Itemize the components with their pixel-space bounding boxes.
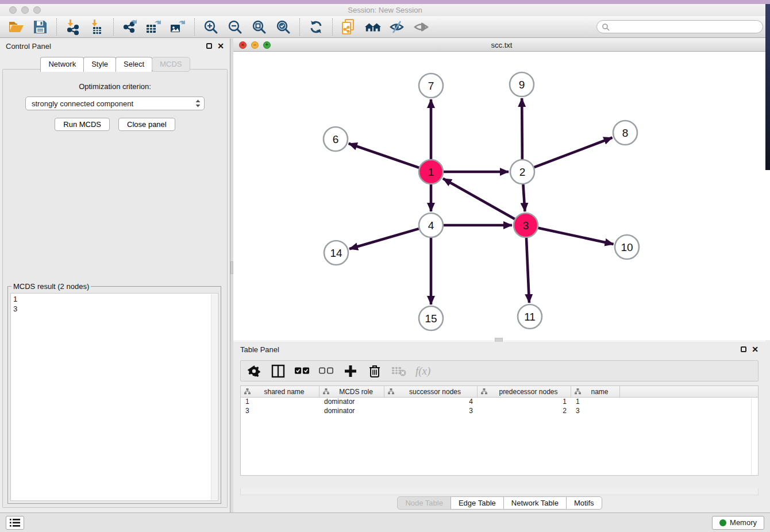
column-header-successor-nodes[interactable]: successor nodes bbox=[384, 386, 478, 397]
node-10[interactable]: 10 bbox=[615, 235, 639, 259]
select-stepper-icon bbox=[194, 98, 202, 109]
tab-node-table[interactable]: Node Table bbox=[397, 496, 451, 510]
table-cell[interactable]: 3 bbox=[384, 407, 478, 416]
table-cell[interactable]: 1 bbox=[478, 398, 571, 407]
table-cell[interactable]: 1 bbox=[571, 398, 620, 407]
zoom-out-icon[interactable] bbox=[226, 18, 244, 36]
delete-row-icon[interactable] bbox=[367, 364, 382, 379]
criterion-select[interactable]: strongly connected component bbox=[25, 97, 205, 110]
eye-icon[interactable] bbox=[413, 18, 430, 36]
node-4[interactable]: 4 bbox=[419, 213, 443, 237]
tab-motifs[interactable]: Motifs bbox=[566, 496, 602, 510]
close-panel-button[interactable]: Close panel bbox=[118, 118, 175, 131]
zoom-selected-icon[interactable] bbox=[275, 18, 292, 36]
result-scrollbar[interactable] bbox=[211, 294, 217, 500]
import-table-icon[interactable] bbox=[88, 18, 106, 36]
table-cell[interactable]: 3 bbox=[241, 407, 319, 416]
hide-eye-icon[interactable] bbox=[388, 18, 406, 36]
float-table-panel-icon[interactable] bbox=[741, 346, 746, 352]
network-close-button[interactable]: × bbox=[239, 41, 247, 49]
edge-3-10[interactable] bbox=[538, 228, 614, 244]
function-builder-icon[interactable]: f(x) bbox=[415, 365, 430, 377]
edge-1-6[interactable] bbox=[349, 144, 419, 168]
column-header-MCDS-role[interactable]: MCDS role bbox=[319, 386, 384, 397]
network-window-titlebar[interactable]: × − + scc.txt bbox=[233, 38, 770, 52]
add-row-icon[interactable] bbox=[343, 364, 358, 379]
save-session-icon[interactable] bbox=[32, 18, 49, 36]
settings-gear-icon[interactable] bbox=[247, 364, 261, 379]
node-3[interactable]: 3 bbox=[514, 213, 538, 237]
column-header-predecessor-nodes[interactable]: predecessor nodes bbox=[478, 386, 571, 397]
memory-button[interactable]: Memory bbox=[712, 516, 764, 530]
optimization-criterion-label: Optimization criterion: bbox=[3, 82, 227, 91]
export-table-icon[interactable] bbox=[145, 18, 163, 36]
edge-3-11[interactable] bbox=[526, 238, 529, 303]
edge-4-14[interactable] bbox=[349, 229, 419, 249]
deselect-all-icon[interactable] bbox=[319, 364, 334, 379]
table-cell[interactable]: 4 bbox=[384, 398, 478, 407]
network-graph[interactable]: 7968124314101511 bbox=[233, 52, 765, 340]
node-6[interactable]: 6 bbox=[324, 127, 348, 151]
houses-icon[interactable] bbox=[364, 18, 382, 36]
table-cell[interactable]: 2 bbox=[478, 407, 571, 416]
table-panel-title: Table Panel bbox=[240, 345, 279, 354]
export-image-icon[interactable] bbox=[170, 18, 187, 36]
mcds-result-list[interactable]: 13 bbox=[10, 293, 218, 501]
node-2[interactable]: 2 bbox=[510, 160, 534, 184]
node-8[interactable]: 8 bbox=[613, 121, 637, 145]
network-maximize-button[interactable]: + bbox=[263, 41, 271, 49]
edge-2-8[interactable] bbox=[534, 138, 613, 168]
network-canvas[interactable]: 7968124314101511 bbox=[233, 52, 770, 340]
search-input[interactable] bbox=[596, 20, 763, 33]
node-table[interactable]: shared nameMCDS rolesuccessor nodesprede… bbox=[240, 385, 759, 476]
node-1[interactable]: 1 bbox=[419, 160, 443, 184]
open-file-icon[interactable] bbox=[7, 18, 25, 36]
export-network-icon[interactable] bbox=[121, 18, 138, 36]
table-scrollbar[interactable] bbox=[751, 398, 757, 475]
node-11[interactable]: 11 bbox=[518, 304, 542, 329]
float-panel-icon[interactable] bbox=[206, 43, 212, 49]
close-table-panel-icon[interactable]: ✕ bbox=[752, 346, 759, 352]
table-cell[interactable]: 1 bbox=[241, 398, 319, 407]
table-hscrollbar[interactable] bbox=[240, 488, 759, 495]
node-9[interactable]: 9 bbox=[510, 72, 534, 97]
tab-select[interactable]: Select bbox=[116, 57, 152, 72]
node-7[interactable]: 7 bbox=[419, 74, 443, 98]
column-layout-icon[interactable] bbox=[271, 364, 286, 379]
column-header-name[interactable]: name bbox=[571, 386, 620, 397]
edge-2-9[interactable] bbox=[522, 98, 522, 159]
table-row[interactable]: 3dominator323 bbox=[241, 407, 758, 416]
edge-2-3[interactable] bbox=[523, 184, 525, 211]
tab-style[interactable]: Style bbox=[83, 57, 116, 72]
table-row[interactable]: 1dominator411 bbox=[241, 398, 758, 407]
zoom-in-icon[interactable] bbox=[202, 18, 220, 36]
node-15[interactable]: 15 bbox=[419, 306, 443, 330]
status-bar: Memory bbox=[0, 512, 770, 532]
tab-network-table[interactable]: Network Table bbox=[503, 496, 567, 510]
list-icon bbox=[10, 518, 20, 527]
network-minimize-button[interactable]: − bbox=[251, 41, 259, 49]
close-panel-icon[interactable]: ✕ bbox=[217, 43, 224, 49]
control-panel-title: Control Panel bbox=[6, 42, 51, 51]
select-all-icon[interactable] bbox=[295, 364, 310, 379]
tab-edge-table[interactable]: Edge Table bbox=[451, 496, 504, 510]
tab-network[interactable]: Network bbox=[40, 57, 84, 72]
memory-label: Memory bbox=[730, 518, 757, 527]
run-mcds-button[interactable]: Run MCDS bbox=[55, 118, 110, 131]
mcds-result-title: MCDS result (2 nodes) bbox=[11, 282, 91, 291]
table-cell[interactable]: 3 bbox=[571, 407, 620, 416]
edge-3-1[interactable] bbox=[443, 179, 515, 219]
node-14[interactable]: 14 bbox=[324, 241, 348, 265]
delete-table-icon[interactable] bbox=[391, 364, 406, 379]
task-history-button[interactable] bbox=[6, 516, 24, 530]
zoom-fit-icon[interactable] bbox=[251, 18, 268, 36]
refresh-layout-icon[interactable] bbox=[307, 18, 325, 36]
column-header-shared-name[interactable]: shared name bbox=[241, 386, 319, 397]
import-network-icon[interactable] bbox=[64, 18, 82, 36]
clone-network-icon[interactable] bbox=[340, 18, 357, 36]
mcds-result-box: MCDS result (2 nodes) 13 bbox=[7, 282, 221, 504]
node-label: 11 bbox=[524, 311, 536, 323]
table-cell[interactable]: dominator bbox=[319, 407, 384, 416]
tab-mcds[interactable]: MCDS bbox=[152, 57, 190, 72]
table-cell[interactable]: dominator bbox=[319, 398, 384, 407]
